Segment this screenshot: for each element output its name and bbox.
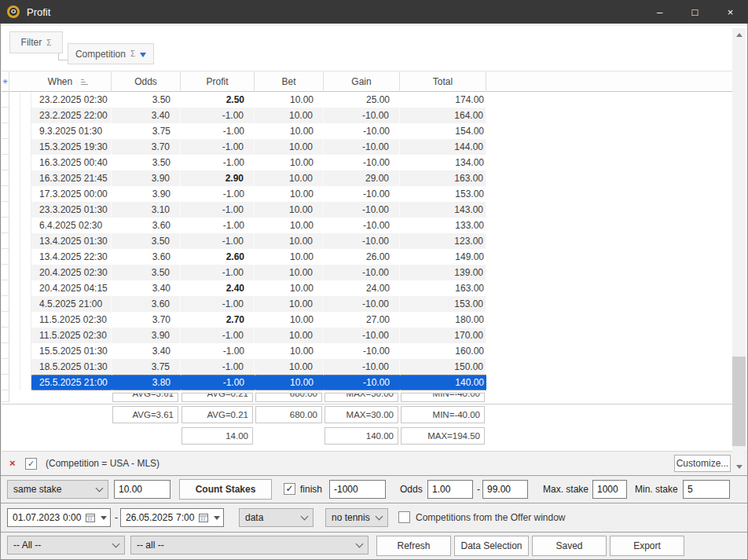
table-row[interactable]: 25.5.2025 21:003.80-1.0010.00-10.00140.0… [2,375,486,390]
close-button[interactable]: × [713,0,748,24]
stake-value-input[interactable] [114,480,170,499]
finish-checkbox[interactable]: ✓ [284,483,295,495]
row-indicator-cell [2,218,9,233]
odds-min-input[interactable] [427,480,473,499]
row-indicator-header: ✳ [2,71,9,92]
filter-button[interactable]: Filter Σ [9,31,63,53]
cell-odds: 3.10 [112,202,181,218]
table-row[interactable]: 15.5.2025 01:303.40-1.0010.00-10.00160.0… [2,343,486,359]
filter-enabled-checkbox[interactable]: ✓ [25,458,37,470]
column-header-profit[interactable]: Profit [181,71,255,92]
maximize-button[interactable]: □ [677,0,713,24]
table-row[interactable]: 11.5.2025 02:303.90-1.0010.00-10.00170.0… [2,328,486,343]
table-row[interactable]: 17.3.2025 00:003.90-1.0010.00-10.00153.0… [2,186,486,202]
summary-total-clipped: MIN=-40.00 [401,393,485,402]
dropdown-arrow-icon [214,516,220,520]
finish-value-input[interactable] [329,480,386,499]
column-header-total[interactable]: Total [400,71,486,92]
row-indicator-cell [2,328,9,343]
column-header-when[interactable]: When [9,71,112,92]
cell-total: 153.00 [400,296,486,312]
min-stake-input[interactable] [683,480,730,499]
scroll-down-arrow-icon[interactable] [732,460,746,473]
table-row[interactable]: 6.4.2025 02:303.60-1.0010.00-10.00133.00 [2,218,486,233]
indent-cell [9,170,20,186]
odds-max-input[interactable] [482,480,528,499]
table-row[interactable]: 23.2.2025 22:003.40-1.0010.00-10.00164.0… [2,108,486,123]
grid-header: ✳ When Odds Profit Bet Gain Total [2,71,732,92]
remove-filter-icon[interactable]: × [9,458,16,469]
table-row[interactable]: 13.4.2025 22:303.602.6010.0026.00149.00 [2,249,486,265]
window-title: Profit [27,6,50,18]
saved-button[interactable]: Saved [532,536,607,556]
cell-profit: -1.00 [181,139,255,155]
cell-bet: 10.00 [255,265,324,280]
row-indicator-cell [2,92,9,108]
minimize-button[interactable]: – [642,0,677,24]
stake-mode-select[interactable]: same stake [7,480,108,499]
cell-odds: 3.90 [112,328,181,343]
scroll-up-arrow-icon[interactable] [732,28,746,41]
app-icon: O [7,5,20,18]
cell-odds: 3.75 [112,123,181,139]
cell-odds: 3.50 [112,265,181,280]
indent-cell [9,375,20,390]
table-row[interactable]: 18.5.2025 01:303.75-1.0010.00-10.00150.0… [2,359,486,375]
cell-profit: -1.00 [181,123,255,139]
table-row[interactable]: 16.3.2025 00:403.50-1.0010.00-10.00134.0… [2,155,486,170]
refresh-button[interactable]: Refresh [376,536,451,556]
cell-bet: 10.00 [255,233,324,249]
table-row[interactable]: 20.4.2025 02:303.50-1.0010.00-10.00139.0… [2,265,486,280]
category-filter-select[interactable]: -- All -- [7,536,125,555]
table-row[interactable]: 13.4.2025 01:303.50-1.0010.00-10.00123.0… [2,233,486,249]
indent-cell [20,139,31,155]
cell-profit: 2.60 [181,249,255,265]
cell-gain: -10.00 [324,202,400,218]
competition-filter-button[interactable]: Competition Σ [68,43,154,64]
cell-gain: -10.00 [324,359,400,375]
table-row[interactable]: 4.5.2025 21:003.60-1.0010.00-10.00153.00 [2,296,486,312]
row-indicator-stub [2,390,9,402]
column-header-bet[interactable]: Bet [255,71,324,92]
column-header-odds[interactable]: Odds [112,71,181,92]
sport-filter-select[interactable]: no tennis [325,508,388,527]
cell-bet: 10.00 [255,92,324,108]
cell-when: 23.2.2025 02:30 [31,92,112,108]
table-row[interactable]: 23.3.2025 01:303.10-1.0010.00-10.00143.0… [2,202,486,218]
scrollbar-thumb[interactable] [732,357,746,446]
indent-cell [20,218,31,233]
offer-competitions-checkbox[interactable] [398,511,410,523]
table-row[interactable]: 20.4.2025 04:153.402.4010.0024.00163.00 [2,280,486,296]
vertical-scrollbar[interactable] [732,28,746,473]
table-row[interactable]: 23.2.2025 02:303.502.5010.0025.00174.00 [2,92,486,108]
data-selection-button[interactable]: Data Selection [454,536,529,556]
table-row[interactable]: 16.3.2025 21:453.902.9010.0029.00163.00 [2,170,486,186]
summary-total-min: MIN=-40.00 [401,406,485,423]
indent-cell [9,280,20,296]
table-row[interactable]: 15.3.2025 19:303.70-1.0010.00-10.00144.0… [2,139,486,155]
table-row[interactable]: 9.3.2025 01:303.75-1.0010.00-10.00154.00 [2,123,486,139]
column-header-gain[interactable]: Gain [324,71,400,92]
cell-when: 13.4.2025 22:30 [31,249,112,265]
count-stakes-button[interactable]: Count Stakes [179,479,272,500]
row-indicator-cell [2,170,9,186]
date-to-picker[interactable]: 26.05.2025 7:00 [120,508,224,527]
data-mode-select[interactable]: data [239,508,314,527]
cell-bet: 10.00 [255,280,324,296]
subcategory-filter-select[interactable]: -- all -- [130,536,368,555]
cell-when: 23.3.2025 01:30 [31,202,112,218]
export-button[interactable]: Export [610,536,684,556]
row-indicator-cell [2,312,9,328]
summary-total-max: MAX=194.50 [401,427,485,445]
date-from-picker[interactable]: 01.07.2023 0:00 [7,508,111,527]
cell-gain: -10.00 [324,139,400,155]
filter-button-label: Filter [21,37,42,48]
cell-odds: 3.50 [112,155,181,170]
table-row[interactable]: 11.5.2025 02:303.702.7010.0027.00180.00 [2,312,486,328]
sum-icon: Σ [130,49,135,58]
max-stake-input[interactable] [592,480,627,499]
customize-button[interactable]: Customize... [674,455,731,472]
indent-cell [20,186,31,202]
title-bar: O Profit – □ × [0,0,748,24]
row-indicator-cell [2,296,9,312]
